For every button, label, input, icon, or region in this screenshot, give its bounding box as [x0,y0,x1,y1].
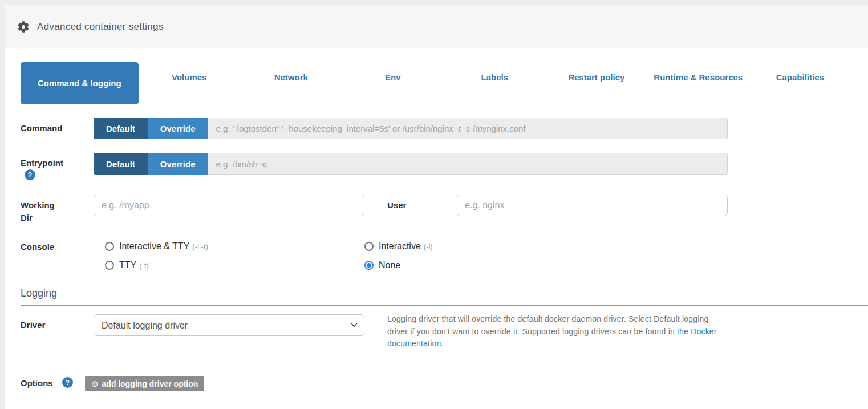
panel-header: Advanced container settings [5,5,868,48]
command-input[interactable] [208,118,728,139]
options-help-icon[interactable]: ? [62,377,73,388]
tab-env[interactable]: Env [342,62,444,107]
console-label: Console [21,241,80,253]
advanced-container-settings-panel: Advanced container settings Command & lo… [5,5,868,409]
entrypoint-toggle-group: Default Override [94,153,728,175]
options-label: Options [21,377,60,390]
tab-restart-policy[interactable]: Restart policy [546,62,648,107]
radio-circle-icon [105,242,114,251]
working-dir-label: Working Dir [21,199,66,224]
page-title: Advanced container settings [37,21,164,33]
logging-section-title: Logging [21,287,868,306]
command-override-button[interactable]: Override [148,118,208,139]
tab-labels[interactable]: Labels [444,62,546,107]
radio-interactive-tty[interactable]: Interactive & TTY (-i -t) [105,241,208,252]
add-logging-driver-option-button[interactable]: ⊕ add logging driver option [85,376,204,391]
radio-interactive[interactable]: Interactive (-i) [364,241,433,252]
command-default-button[interactable]: Default [94,118,148,139]
user-input[interactable] [457,195,728,216]
plus-circle-icon: ⊕ [91,379,99,389]
entrypoint-override-button[interactable]: Override [148,153,208,175]
tab-network[interactable]: Network [240,62,342,107]
radio-circle-icon [105,261,114,270]
settings-tabs: Command & logging Volumes Network Env La… [21,62,851,107]
entrypoint-input[interactable] [208,153,728,175]
gear-icon [18,21,29,33]
tab-capabilities[interactable]: Capabilities [749,62,851,107]
driver-help-text: Logging driver that will override the de… [387,313,721,350]
command-label: Command [21,122,80,135]
tab-command-logging[interactable]: Command & logging [21,62,139,104]
tab-volumes[interactable]: Volumes [139,62,241,107]
driver-label: Driver [21,319,80,331]
radio-none[interactable]: None [364,260,400,270]
tab-runtime-resources[interactable]: Runtime & Resources [647,62,749,107]
user-label: User [387,199,447,212]
command-toggle-group: Default Override [94,118,728,139]
radio-circle-icon [364,242,374,251]
radio-tty[interactable]: TTY (-t) [105,260,149,270]
driver-select-wrap: Default logging driver [94,314,364,336]
entrypoint-default-button[interactable]: Default [94,153,148,175]
entrypoint-label: Entrypoint [21,157,80,169]
driver-select[interactable]: Default logging driver [94,314,364,336]
entrypoint-help-icon[interactable]: ? [25,169,35,180]
radio-circle-checked-icon [364,261,374,270]
working-dir-input[interactable] [94,195,364,216]
